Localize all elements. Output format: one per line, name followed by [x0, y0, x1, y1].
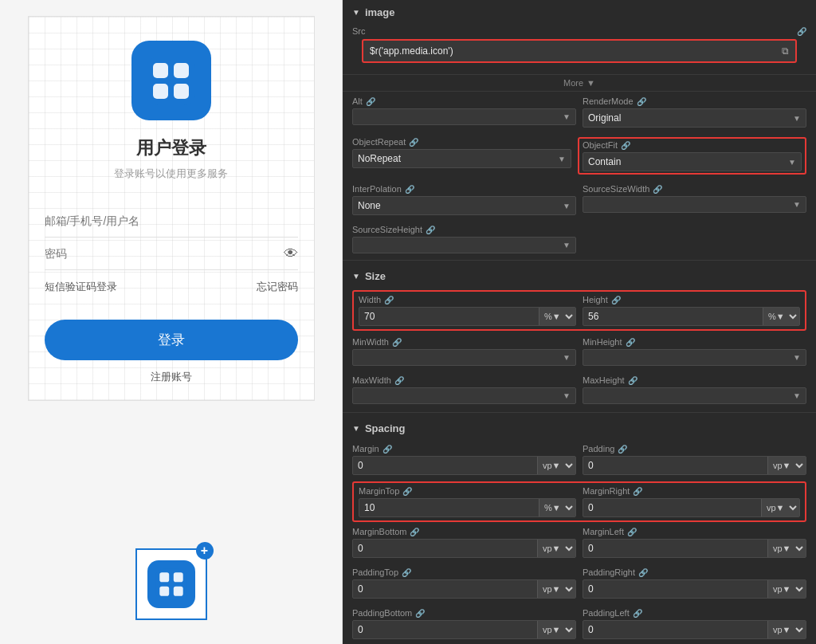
padding-unit-select[interactable]: vp▼ % px: [767, 457, 806, 474]
alt-link-icon: 🔗: [366, 97, 375, 106]
login-button[interactable]: 登录: [45, 320, 298, 360]
marginbottom-input-wrapper[interactable]: vp▼ % px: [352, 539, 576, 558]
paddingright-input[interactable]: [583, 580, 767, 598]
width-unit-select[interactable]: %▼ vp px: [539, 308, 575, 325]
sourcesizeheight-row: SourceSizeHeight 🔗 ▼: [343, 222, 816, 257]
email-input-wrapper[interactable]: [45, 205, 298, 238]
height-label: Height: [583, 295, 608, 304]
marginleft-unit-select[interactable]: vp▼ % px: [767, 540, 806, 557]
sourcesizeheight-dropdown[interactable]: ▼: [352, 237, 576, 253]
preview-canvas: 用户登录 登录账号以使用更多服务 👁 短信验证码登录 忘记密码 登录 注册账号: [28, 16, 315, 401]
sourcesizeheight-label: SourceSizeHeight: [352, 225, 422, 234]
height-unit-select[interactable]: %▼ vp px: [763, 308, 799, 325]
margin-unit-select[interactable]: vp▼ % px: [537, 457, 575, 474]
paddingbottom-paddingleft-row: PaddingBottom 🔗 vp▼ % px PaddingLeft 🔗: [343, 605, 816, 644]
paddingbottom-input[interactable]: [353, 621, 537, 638]
paddingleft-unit-select[interactable]: vp▼ % px: [767, 621, 806, 638]
marginright-unit-select[interactable]: vp▼ % px: [761, 499, 799, 516]
margintop-input-wrapper[interactable]: %▼ vp px: [359, 498, 576, 517]
marginbottom-input[interactable]: [353, 540, 537, 557]
section-size-triangle: ▼: [352, 272, 360, 281]
password-input-wrapper[interactable]: 👁: [45, 238, 298, 270]
alt-dropdown[interactable]: ▼: [352, 108, 576, 125]
rendermode-label: RenderMode: [583, 96, 634, 106]
margin-input[interactable]: [353, 457, 537, 474]
margintop-col: MarginTop 🔗 %▼ vp px: [359, 486, 576, 517]
height-input-wrapper[interactable]: %▼ vp px: [583, 307, 800, 326]
minwidth-dropdown[interactable]: ▼: [352, 349, 576, 366]
paddingleft-input[interactable]: [583, 621, 767, 638]
padding-input-wrapper[interactable]: vp▼ % px: [583, 456, 806, 475]
password-input[interactable]: [45, 238, 298, 269]
maxwidth-label: MaxWidth: [352, 375, 391, 385]
interpolation-dropdown[interactable]: None ▼: [352, 196, 576, 215]
paddingtop-unit-select[interactable]: vp▼ % px: [537, 580, 575, 598]
paddingright-unit-select[interactable]: vp▼ % px: [767, 580, 806, 598]
margintop-marginright-row: MarginTop 🔗 %▼ vp px MarginRight 🔗: [354, 483, 805, 520]
paddingbottom-col: PaddingBottom 🔗 vp▼ % px: [352, 608, 576, 639]
interpolation-label-row: InterPolation 🔗: [352, 184, 576, 194]
sms-login-link[interactable]: 短信验证码登录: [45, 280, 117, 294]
more-row[interactable]: More ▼: [343, 74, 816, 92]
height-input[interactable]: [583, 308, 763, 325]
interpolation-value: None: [358, 200, 381, 211]
objectrepeat-objectfit-row: ObjectRepeat 🔗 NoRepeat ▼ ObjectFit 🔗 Co…: [343, 134, 816, 178]
width-input[interactable]: [359, 308, 539, 325]
objectrepeat-dropdown[interactable]: NoRepeat ▼: [352, 149, 571, 168]
paddingtop-input-wrapper[interactable]: vp▼ % px: [352, 579, 576, 599]
src-link-icon: 🔗: [797, 27, 806, 36]
register-link[interactable]: 注册账号: [151, 370, 192, 384]
section-size-label: Size: [365, 270, 386, 282]
maxheight-chevron: ▼: [793, 391, 801, 400]
rendermode-dropdown[interactable]: Original ▼: [583, 108, 806, 128]
maxheight-link-icon: 🔗: [628, 376, 638, 385]
margintop-unit-select[interactable]: %▼ vp px: [539, 499, 575, 516]
marginright-input[interactable]: [583, 499, 761, 516]
objectfit-label: ObjectFit: [583, 140, 618, 150]
copy-icon[interactable]: ⧉: [782, 45, 789, 57]
maxheight-dropdown[interactable]: ▼: [583, 387, 806, 404]
objectrepeat-link-icon: 🔗: [409, 138, 418, 147]
paddingtop-input[interactable]: [353, 580, 537, 598]
marginright-col: MarginRight 🔗 vp▼ % px: [583, 486, 800, 517]
margin-input-wrapper[interactable]: vp▼ % px: [352, 456, 576, 475]
minheight-dropdown[interactable]: ▼: [583, 349, 806, 366]
maxwidth-dropdown[interactable]: ▼: [352, 387, 576, 404]
marginleft-input[interactable]: [583, 540, 767, 557]
sourcesizewidth-dropdown[interactable]: ▼: [583, 196, 806, 213]
margintop-input[interactable]: [359, 499, 539, 516]
svg-rect-2: [174, 63, 189, 78]
selected-icon-container[interactable]: +: [135, 548, 207, 620]
maxheight-label-row: MaxHeight 🔗: [583, 375, 806, 385]
paddingbottom-unit-select[interactable]: vp▼ % px: [537, 621, 575, 638]
objectfit-col: ObjectFit 🔗 Contain ▼: [578, 137, 806, 175]
forgot-password-link[interactable]: 忘记密码: [257, 280, 298, 294]
rendermode-value: Original: [588, 112, 621, 124]
objectfit-label-row: ObjectFit 🔗: [583, 140, 802, 150]
sourcesizewidth-label: SourceSizeWidth: [583, 184, 649, 194]
paddingright-input-wrapper[interactable]: vp▼ % px: [583, 579, 806, 599]
small-app-icon-svg: [155, 567, 188, 601]
src-input[interactable]: $r('app.media.icon') ⧉: [362, 39, 797, 63]
marginleft-input-wrapper[interactable]: vp▼ % px: [583, 539, 806, 558]
maxwidth-label-row: MaxWidth 🔗: [352, 375, 576, 385]
email-input[interactable]: [45, 205, 298, 237]
eye-icon[interactable]: 👁: [284, 245, 298, 262]
paddingtop-col: PaddingTop 🔗 vp▼ % px: [352, 567, 576, 599]
margin-label: Margin: [352, 444, 379, 454]
padding-input[interactable]: [583, 457, 767, 474]
interpolation-col: InterPolation 🔗 None ▼: [352, 184, 576, 215]
paddingtop-label-row: PaddingTop 🔗: [352, 567, 576, 577]
maxwidth-link-icon: 🔗: [394, 376, 404, 385]
paddingleft-input-wrapper[interactable]: vp▼ % px: [583, 620, 806, 639]
preview-panel: 用户登录 登录账号以使用更多服务 👁 短信验证码登录 忘记密码 登录 注册账号 …: [0, 0, 343, 644]
marginbottom-col: MarginBottom 🔗 vp▼ % px: [352, 527, 576, 558]
marginright-input-wrapper[interactable]: vp▼ % px: [583, 498, 800, 517]
objectfit-dropdown[interactable]: Contain ▼: [583, 152, 802, 171]
minwidth-col: MinWidth 🔗 ▼: [352, 337, 576, 366]
paddingbottom-input-wrapper[interactable]: vp▼ % px: [352, 620, 576, 639]
padding-col: Padding 🔗 vp▼ % px: [583, 444, 806, 475]
width-input-wrapper[interactable]: %▼ vp px: [359, 307, 576, 326]
marginbottom-unit-select[interactable]: vp▼ % px: [537, 540, 575, 557]
section-size-header: ▼ Size: [343, 264, 816, 289]
